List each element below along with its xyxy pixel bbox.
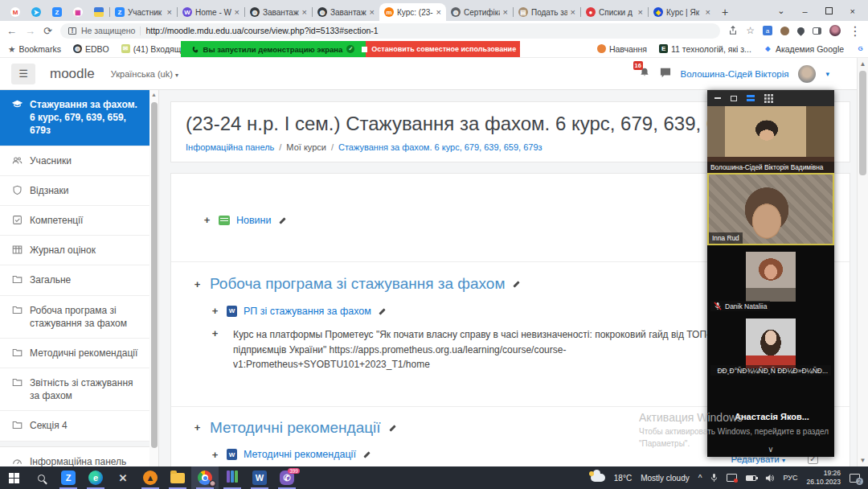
pinned-tab-telegram[interactable]: ➤ <box>26 3 47 21</box>
action-center-icon[interactable]: 2 <box>850 474 860 483</box>
side-panel-icon[interactable] <box>813 27 821 35</box>
sidebar-scroll-thumb[interactable] <box>151 102 158 448</box>
zoom-speaker-view-icon[interactable] <box>747 94 755 103</box>
video-tile[interactable]: ÐÐ¸Ð°ÑÐ¾¼ÑÐ¸Ñ ÐÐ¼Ð»Ð¼ÑÐ... <box>707 314 834 378</box>
edit-pencil-icon[interactable] <box>278 216 286 224</box>
resource-link[interactable]: Методичні рекомендації <box>244 449 356 460</box>
start-button[interactable] <box>0 466 27 489</box>
translate-icon[interactable]: a <box>763 26 772 35</box>
tab-search-chevron-icon[interactable]: ⌄ <box>777 6 784 16</box>
move-handle-icon[interactable]: + <box>210 449 220 461</box>
tab-close-icon[interactable]: × <box>302 8 307 17</box>
moodle-logo[interactable]: moodle <box>50 66 95 82</box>
taskbar-viber-app[interactable]: ✆399 <box>273 466 301 489</box>
weather-temp[interactable]: 18°C <box>614 474 632 483</box>
tab-close-icon[interactable]: × <box>503 8 508 17</box>
user-menu-caret-icon[interactable]: ▾ <box>825 70 829 78</box>
breadcrumb-course[interactable]: Стажування за фахом. 6 курс, 679, 639, 6… <box>338 142 542 152</box>
sidebar-scrollbar[interactable]: ▲ <box>149 90 159 466</box>
forward-button[interactable]: → <box>25 26 35 36</box>
extension-pin-icon[interactable] <box>797 27 805 35</box>
pinned-tab-flag[interactable] <box>88 3 109 21</box>
url-text[interactable]: http://moodle.mdu.edu.ua/course/view.php… <box>145 26 378 35</box>
sidebar-item-grades[interactable]: Журнал оцінок <box>0 236 149 265</box>
video-tile[interactable]: Анастасія Яков... ∨ <box>707 378 834 457</box>
sidebar-item-section4[interactable]: Секція 4 <box>0 411 149 441</box>
tab-podat[interactable]: ▤Подать за× <box>514 3 580 21</box>
extension-owl-icon[interactable] <box>780 27 789 35</box>
tab-uchastnik[interactable]: ZУчастник× <box>110 3 177 21</box>
bookmark-navchannya[interactable]: Навчання <box>597 44 647 54</box>
tab-close-icon[interactable]: × <box>638 8 643 17</box>
zoom-minimize-icon[interactable] <box>714 97 721 99</box>
tray-screenshare-icon[interactable] <box>727 474 737 482</box>
video-tile-active-speaker[interactable]: Inna Rud <box>707 173 834 245</box>
sidebar-item-badges[interactable]: Відзнаки <box>0 176 149 206</box>
stop-share-button[interactable]: Остановить совместное использование ▾ <box>366 41 520 57</box>
tab-close-icon[interactable]: × <box>571 8 575 17</box>
user-avatar[interactable] <box>798 65 816 83</box>
sidebar-item-work-program[interactable]: Робоча програма зі стажування за фахом <box>0 296 149 339</box>
tab-sertyfika[interactable]: ◍Сертифіка× <box>446 3 513 21</box>
back-button[interactable]: ← <box>6 26 17 36</box>
taskbar-aimp-app[interactable]: ▲ <box>137 466 164 489</box>
scroll-down-icon[interactable]: ▼ <box>858 457 868 464</box>
tab-zavantazh-1[interactable]: ◍Завантаж× <box>245 3 312 21</box>
tray-chevron-icon[interactable]: ^ <box>698 474 702 483</box>
edit-pencil-icon[interactable] <box>512 280 520 288</box>
move-handle-icon[interactable]: + <box>192 278 203 290</box>
tab-close-icon[interactable]: × <box>370 8 375 17</box>
resource-link[interactable]: РП зі стажування за фахом <box>244 306 371 317</box>
browser-menu-icon[interactable]: ⋮ <box>849 23 862 39</box>
notifications-bell-icon[interactable]: 16 <box>639 67 650 81</box>
sidebar-item-reporting[interactable]: Звітність зі стажування за фахом <box>0 368 149 411</box>
banner-dropdown-icon[interactable]: ▾ <box>520 45 524 53</box>
sidebar-item-dashboard[interactable]: Інформаційна панель <box>0 447 149 466</box>
weather-condition[interactable]: Mostly cloudy <box>641 474 690 483</box>
move-handle-icon[interactable]: + <box>192 421 203 434</box>
move-handle-icon[interactable]: + <box>210 305 220 317</box>
zoom-gallery-view-icon[interactable] <box>764 94 773 103</box>
taskbar-search-button[interactable] <box>27 466 55 489</box>
breadcrumb-my-courses[interactable]: Мої курси <box>286 142 326 152</box>
tab-spysky[interactable]: ●Списки д× <box>581 3 648 21</box>
bookmark-scholar[interactable]: ◆Академия Google <box>764 44 844 54</box>
news-link[interactable]: Новини <box>236 215 272 226</box>
language-selector[interactable]: Українська (uk) ▾ <box>111 69 178 79</box>
reload-button[interactable]: ⟳ <box>43 26 52 36</box>
tab-zavantazh-2[interactable]: ◍Завантаж× <box>313 3 379 21</box>
language-indicator[interactable]: РУС <box>783 474 797 482</box>
scroll-up-icon[interactable]: ▲ <box>149 92 158 97</box>
bookmark-bookmarks[interactable]: ★Bookmarks <box>8 44 61 54</box>
sidebar-item-competencies[interactable]: Компетенції <box>0 206 149 236</box>
share-icon[interactable] <box>728 26 738 35</box>
scroll-up-icon[interactable]: ▲ <box>858 60 868 68</box>
tab-close-icon[interactable]: × <box>436 8 441 17</box>
edit-pencil-icon[interactable] <box>378 307 386 315</box>
video-tile[interactable]: Danik Nataliia <box>707 245 834 314</box>
bookmark-google[interactable]: GGoogle <box>856 44 868 54</box>
profile-avatar[interactable] <box>829 25 841 36</box>
window-maximize-button[interactable] <box>825 7 833 14</box>
tray-volume-icon[interactable] <box>765 474 774 483</box>
sidebar-item-participants[interactable]: Учасники <box>0 146 149 176</box>
pinned-tab-zoom[interactable]: Z <box>47 3 68 21</box>
taskbar-word-app[interactable]: W <box>246 466 273 489</box>
address-bar[interactable]: ! Не защищено http://moodle.mdu.edu.ua/c… <box>60 23 720 39</box>
taskbar-chrome-app[interactable] <box>191 466 219 489</box>
page-scrollbar[interactable]: ▲ ▼ <box>857 58 868 466</box>
sidebar-item-general[interactable]: Загальне <box>0 265 149 295</box>
tab-kurs-yak[interactable]: ◆Курс | Як× <box>649 3 715 21</box>
pinned-tab-gmail[interactable]: M <box>5 3 26 21</box>
scroll-thumb[interactable] <box>859 71 866 175</box>
sidebar-item-method-rec[interactable]: Методичні рекомендації <box>0 339 149 368</box>
window-close-button[interactable]: × <box>850 6 855 16</box>
collapse-strip-icon[interactable]: ∨ <box>768 445 773 454</box>
move-handle-icon[interactable]: + <box>210 327 220 339</box>
zoom-exit-fullscreen-icon[interactable] <box>731 96 737 101</box>
taskbar-edge-app[interactable]: e <box>82 466 109 489</box>
taskbar-zoom-app[interactable]: Z <box>55 466 82 489</box>
tab-close-icon[interactable]: × <box>235 8 240 17</box>
tab-close-icon[interactable]: × <box>167 8 172 17</box>
tray-mic-icon[interactable] <box>710 473 718 483</box>
